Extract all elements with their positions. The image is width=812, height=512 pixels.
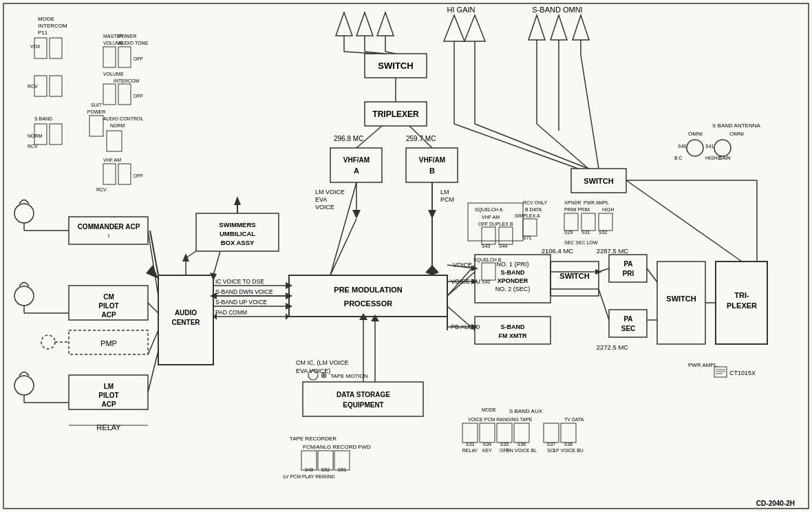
- rcv-label2: RCV: [28, 144, 38, 149]
- audio-center-label: AUDIO: [175, 309, 197, 317]
- norm-label2: NORM: [110, 123, 125, 128]
- pa-sec-label2: SEC: [621, 325, 636, 332]
- rcv-label: RCV: [28, 84, 38, 89]
- p11-label: P11: [38, 30, 48, 36]
- xponder-no2-label: NO. 2 (SEC): [495, 286, 531, 292]
- lm-pilot-acp-label: LM: [104, 383, 114, 390]
- suit-power-label: SUIT: [91, 103, 103, 107]
- pa-sec-label: PA: [623, 315, 632, 323]
- ic-voice-label: IC VOICE TO DSE: [215, 278, 264, 285]
- suit-power-label2: POWER: [87, 109, 105, 114]
- xponder-no1-label: NO. 1 (PRI): [496, 261, 528, 268]
- xponder-sband-label: S-BAND: [501, 269, 525, 276]
- relay-label: RELAY: [96, 423, 121, 431]
- eva-voice-label: EVA: [315, 196, 327, 203]
- pa-pri-label2: PRI: [623, 270, 634, 277]
- vhf-am-b-letter: B: [429, 167, 435, 175]
- key-label: KEY: [482, 448, 492, 453]
- audio-tone-label: AUDIO TONE: [118, 41, 149, 45]
- connector-label-s40: S40: [678, 144, 687, 149]
- hi-gain-label: HI GAIN: [447, 6, 476, 14]
- pa-pri-label: PA: [623, 260, 632, 268]
- ct-ref-label: CT1015X: [729, 370, 756, 376]
- omni-label: OMNI: [688, 131, 703, 137]
- rcv-label3: RCV: [96, 187, 107, 192]
- swimmers-label2: UMBILICAL: [220, 230, 255, 237]
- off-label1: OFF: [133, 56, 143, 61]
- high-label: HIGH: [602, 207, 615, 212]
- relay-label2: RELAY: [462, 448, 478, 453]
- xpndr-prim-label: XPNDR: [564, 200, 581, 205]
- s33-label: S33: [466, 442, 475, 447]
- tri-plexer-label2: PLEXER: [727, 301, 757, 310]
- connector-label-s41: S41: [705, 144, 714, 149]
- lm-pilot-acp-label3: ACP: [101, 401, 116, 408]
- squelch-b-label: SQUELCH B: [473, 257, 502, 263]
- fm-xmtr-label: S-BAND: [501, 323, 525, 330]
- s42-label: S42: [482, 279, 491, 284]
- squelch-a-label: SQUELCH A: [475, 207, 502, 213]
- freq-296-label: 296.8 MC: [334, 135, 363, 142]
- pmp-label: PMP: [100, 339, 117, 348]
- diagram-container: HI GAIN S-BAND OMNI SWITCH TRIPLEXER 296…: [0, 0, 812, 512]
- pwr-ampl-label: PWR AMPL: [584, 200, 609, 205]
- pad-comm-label: PAD COMM: [215, 309, 247, 316]
- cm-pilot-acp-label2: PILOT: [98, 302, 118, 310]
- s51-label: S51: [338, 467, 347, 472]
- data-storage-label2: EQUIPMENT: [343, 401, 383, 409]
- pwr-ampl-label2: PWR AMPL: [688, 362, 718, 368]
- cm-ic-label: CM IC, (LM VOICE: [296, 359, 349, 366]
- cm-pilot-acp-label3: ACP: [101, 311, 116, 319]
- data-storage-label: DATA STORAGE: [336, 391, 390, 398]
- audio-ctrl-label: AUDIO CONTROL: [103, 116, 143, 121]
- label-d: D: [718, 156, 721, 160]
- intercom-label: INTERCOM: [38, 23, 67, 29]
- s31-label: S31: [581, 230, 590, 235]
- b-data-label: B DATA: [525, 207, 542, 212]
- off-label3: OFF: [133, 173, 143, 178]
- tv-data-label: TV DATA: [564, 417, 584, 422]
- s35-label: S35: [500, 442, 509, 447]
- switch-mid-label: SWITCH: [559, 272, 589, 280]
- eva-voice-label2: VOICE: [315, 204, 334, 211]
- a-label: A: [537, 213, 540, 218]
- s37-label: S37: [547, 442, 556, 447]
- off-label2: OFF: [133, 94, 143, 98]
- s36-label: S36: [517, 442, 526, 447]
- prim-label: PRIM PRIM: [564, 207, 590, 212]
- intercom-label2: INTERCOM: [114, 78, 140, 83]
- s52-label: S52: [321, 467, 330, 472]
- label-b-c: B C: [674, 156, 683, 160]
- s29-label: S29: [564, 230, 573, 235]
- cm-ic-label2: EVA VOICE): [296, 367, 330, 374]
- svg-rect-0: [0, 0, 812, 512]
- omni2-label: OMNI: [729, 131, 744, 137]
- fm-xmtr-label2: FM XMTR: [499, 332, 527, 339]
- s-band-ant-label: S BAND ANTENNA: [712, 122, 760, 129]
- vhf-am-label2: VHF AM: [482, 215, 500, 220]
- pre-mod-processor-label2: PROCESSOR: [344, 299, 392, 308]
- diagram-id-label: CD-2040-2H: [756, 500, 795, 507]
- xponder-label: XPONDER: [498, 277, 528, 284]
- swimmers-label: SWIMMERS: [219, 221, 255, 228]
- vhf-am-b-label: VHF/AM: [419, 156, 445, 164]
- commander-acp-label: COMMANDER ACP: [78, 223, 140, 231]
- swimmers-label3: BOX ASSY: [221, 239, 255, 246]
- freq-2272-label: 2272.5 MC: [597, 343, 629, 351]
- switch-top-center-label: SWITCH: [378, 61, 413, 71]
- freq-2106-label: 2106.4 MC: [542, 247, 574, 255]
- switch-antenna-label: SWITCH: [584, 177, 613, 185]
- vhf-am-a-letter: A: [354, 167, 359, 175]
- s32-label: S32: [599, 230, 608, 235]
- freq-2287-label: 2287.5 MC: [597, 247, 629, 255]
- sec-sec-low-label: SEC SEC LOW: [564, 240, 598, 245]
- vox-label: VOX: [30, 44, 41, 49]
- duplex-label: OFF DUPLEX B: [478, 222, 513, 226]
- audio-center-label2: CENTER: [171, 319, 200, 326]
- voice-pcm-label: VOICE PCM RANGING TAPE: [468, 417, 533, 422]
- mode-label: MODE: [38, 16, 54, 22]
- triplexer-center-label: TRIPLEXER: [372, 109, 419, 119]
- s38-label: S38: [564, 442, 573, 447]
- tri-plexer-label: TRI-: [734, 291, 749, 299]
- power-audio-tone-label: POWER: [118, 34, 136, 39]
